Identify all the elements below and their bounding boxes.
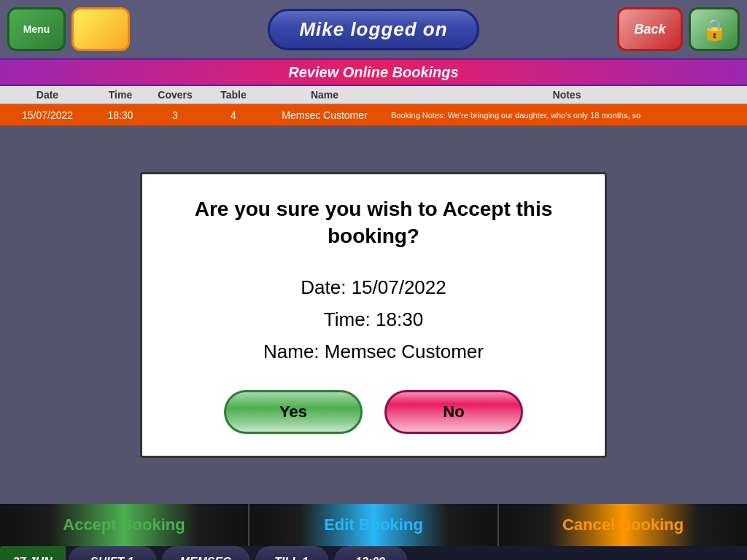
edit-booking-button[interactable]: Edit Booking: [249, 504, 499, 546]
yes-button[interactable]: Yes: [224, 390, 363, 434]
back-button[interactable]: Back: [617, 7, 683, 51]
cell-table: 4: [204, 106, 263, 124]
lock-button[interactable]: 🔒: [689, 7, 740, 51]
menu-button[interactable]: Menu: [7, 7, 66, 51]
status-till: TILL 1: [255, 546, 328, 560]
col-header-time: Time: [95, 89, 146, 101]
modal-name-label: Name:: [263, 341, 320, 362]
edit-booking-label: Edit Booking: [324, 516, 423, 534]
no-button[interactable]: No: [384, 390, 523, 434]
modal-name-line: Name: Memsec Customer: [263, 335, 484, 368]
status-time-value: 13:09: [355, 556, 385, 560]
table-row[interactable]: 15/07/2022 18:30 3 4 Memsec Customer Boo…: [0, 104, 747, 126]
modal-date-line: Date: 15/07/2022: [263, 271, 484, 303]
accept-booking-label: Accept Booking: [63, 516, 185, 534]
header-title: Mike logged on: [268, 9, 479, 50]
cell-time: 18:30: [95, 106, 146, 124]
cell-date: 15/07/2022: [0, 106, 95, 124]
status-system-value: MEMSEC: [179, 556, 231, 560]
menu-label: Menu: [23, 23, 50, 35]
col-header-table: Table: [204, 89, 263, 101]
table-header: Date Time Covers Table Name Notes: [0, 86, 747, 104]
status-shift-value: SHIFT 1: [90, 556, 134, 560]
logged-on-text: Mike logged on: [299, 18, 447, 40]
col-header-notes: Notes: [387, 89, 747, 101]
cell-notes: Booking Notes: We're bringing our daught…: [387, 108, 747, 122]
status-till-value: TILL 1: [274, 556, 309, 560]
cell-name: Memsec Customer: [263, 106, 387, 124]
header-title-wrap: Mike logged on: [130, 9, 617, 50]
accept-booking-button[interactable]: Accept Booking: [0, 504, 249, 546]
modal-time-label: Time:: [324, 308, 371, 330]
header-right-buttons: Back 🔒: [617, 7, 740, 51]
cancel-booking-label: Cancel Booking: [562, 516, 684, 534]
yellow-button[interactable]: [71, 7, 130, 51]
status-date: 27 JUN: [0, 546, 66, 560]
header-left-buttons: Menu: [7, 7, 130, 51]
modal-overlay: Are you sure you wish to Accept this boo…: [0, 126, 747, 504]
status-date-value: 27 JUN: [12, 556, 52, 560]
bottom-actions: Accept Booking Edit Booking Cancel Booki…: [0, 504, 747, 546]
status-time: 13:09: [334, 546, 407, 560]
col-header-covers: Covers: [146, 89, 204, 101]
cancel-booking-button[interactable]: Cancel Booking: [499, 504, 747, 546]
modal-question: Are you sure you wish to Accept this boo…: [171, 196, 576, 249]
sub-header: Review Online Bookings: [0, 58, 747, 86]
col-header-name: Name: [263, 89, 387, 101]
modal-date-value: 15/07/2022: [352, 276, 446, 298]
modal-time-line: Time: 18:30: [263, 303, 484, 335]
col-header-date: Date: [0, 89, 95, 101]
lock-icon: 🔒: [702, 18, 727, 42]
content-area: Are you sure you wish to Accept this boo…: [0, 126, 747, 504]
status-system: MEMSEC: [162, 546, 249, 560]
modal-name-value: Memsec Customer: [325, 341, 484, 362]
modal-time-value: 18:30: [376, 308, 423, 330]
modal-buttons: Yes No: [224, 390, 523, 434]
cell-covers: 3: [146, 106, 204, 124]
status-shift: SHIFT 1: [69, 546, 156, 560]
modal-dialog: Are you sure you wish to Accept this boo…: [140, 172, 607, 457]
modal-date-label: Date:: [301, 276, 346, 298]
back-label: Back: [634, 22, 665, 37]
sub-header-title: Review Online Bookings: [288, 64, 458, 81]
header: Menu Mike logged on Back 🔒: [0, 0, 747, 58]
modal-details: Date: 15/07/2022 Time: 18:30 Name: Memse…: [263, 271, 484, 368]
status-bar: 27 JUN SHIFT 1 MEMSEC TILL 1 13:09: [0, 546, 747, 560]
